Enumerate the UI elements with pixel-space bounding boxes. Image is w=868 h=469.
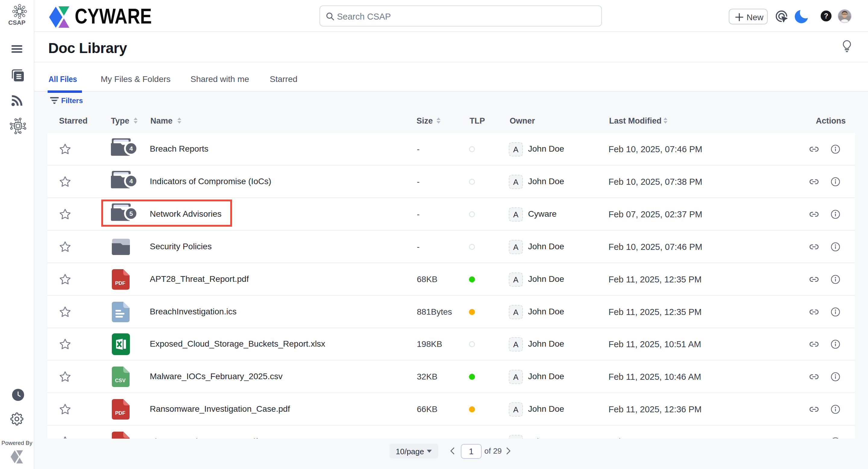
svg-text:PDF: PDF — [115, 280, 125, 286]
svg-text:4: 4 — [129, 145, 133, 152]
svg-text:PDF: PDF — [115, 410, 125, 416]
svg-text:CSV: CSV — [115, 378, 126, 383]
svg-text:4: 4 — [129, 178, 133, 184]
